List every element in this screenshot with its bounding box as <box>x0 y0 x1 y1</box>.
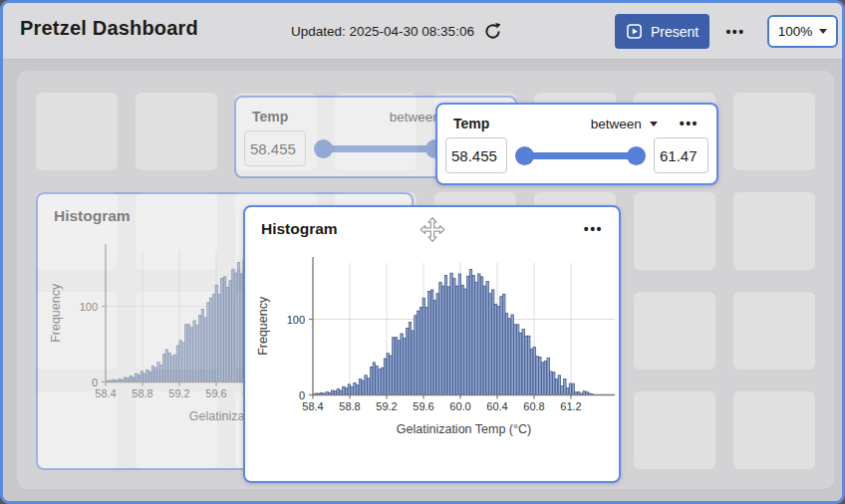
histogram-bar <box>136 374 138 381</box>
filter-card[interactable]: Temp between ••• <box>435 103 718 185</box>
histogram-bar <box>555 379 557 395</box>
filter-card-header: Temp between ••• <box>437 105 716 131</box>
histogram-bar <box>480 277 482 395</box>
histogram-bar <box>343 386 345 394</box>
play-icon <box>626 23 643 40</box>
y-tick-label: 0 <box>299 389 305 401</box>
histogram-bar <box>494 304 496 394</box>
operator-dropdown[interactable]: between <box>591 117 658 131</box>
filter-title: Temp <box>252 109 288 125</box>
ellipsis-icon: ••• <box>680 117 699 130</box>
histogram-bar <box>508 319 510 395</box>
histogram-bar <box>536 357 538 395</box>
histogram-bar <box>151 367 153 382</box>
histogram-bar <box>190 328 192 382</box>
histogram-bar <box>226 288 228 382</box>
x-tick-label: 60.4 <box>486 400 507 412</box>
histogram-bar <box>212 294 214 381</box>
histogram-bar <box>425 307 427 394</box>
histogram-bar <box>201 310 203 382</box>
histogram-bar <box>428 291 430 394</box>
range-slider[interactable] <box>515 137 646 173</box>
histogram-bar <box>154 368 156 381</box>
max-value-input[interactable] <box>654 137 708 173</box>
histogram-bar <box>558 376 560 395</box>
slider-handle-max[interactable] <box>627 146 646 165</box>
x-tick-label: 58.8 <box>339 400 360 412</box>
histogram-bar <box>486 282 488 395</box>
histogram-bar <box>390 356 392 395</box>
refresh-button[interactable] <box>483 22 502 41</box>
histogram-bar <box>359 379 361 395</box>
y-tick-label: 100 <box>287 314 305 326</box>
histogram-bar <box>547 358 549 394</box>
histogram-bar <box>133 378 135 382</box>
histogram-bar <box>406 329 408 395</box>
min-value-input <box>244 130 306 166</box>
slider-track <box>322 145 436 152</box>
present-button[interactable]: Present <box>615 14 709 49</box>
x-axis-label: Gelatinization Temp (°C) <box>397 422 531 436</box>
histogram-bar <box>528 336 530 394</box>
histogram-header: Histogram ••• <box>245 207 619 251</box>
histogram-bar <box>332 390 334 395</box>
histogram-bar <box>204 318 206 382</box>
histogram-bar <box>229 281 231 382</box>
card-more-button[interactable]: ••• <box>680 117 699 130</box>
slider-track[interactable] <box>523 152 638 159</box>
move-handle[interactable] <box>419 216 445 247</box>
histogram-bar <box>168 354 170 382</box>
y-axis-label: Frequency <box>256 296 270 356</box>
histogram-bar <box>455 286 457 394</box>
histogram-bar <box>179 341 181 382</box>
x-tick-label: 59.2 <box>376 400 397 412</box>
histogram-bar <box>503 294 505 394</box>
histogram-bar <box>415 316 417 395</box>
updated-group: Updated: 2025-04-30 08:35:06 <box>291 3 502 60</box>
histogram-bar <box>412 331 414 395</box>
card-more-button[interactable]: ••• <box>584 222 603 236</box>
histogram-bar <box>187 325 189 382</box>
histogram-bar <box>207 303 209 382</box>
grid-cell <box>634 391 715 469</box>
histogram-bar <box>237 262 239 381</box>
min-value-input[interactable] <box>445 137 507 173</box>
operator-label: between <box>591 117 642 131</box>
histogram-bar <box>218 294 220 381</box>
filter-controls <box>437 131 716 173</box>
x-tick-label: 59.2 <box>168 387 189 399</box>
zoom-select[interactable]: 100% <box>767 15 838 48</box>
histogram-bar <box>566 388 568 395</box>
histogram-bar <box>141 372 142 382</box>
histogram-bar <box>162 354 164 381</box>
page-title: Pretzel Dashboard <box>20 17 198 40</box>
histogram-bar <box>525 336 527 394</box>
slider-handle-min[interactable] <box>515 146 534 165</box>
histogram-bar <box>348 384 350 395</box>
histogram-card[interactable]: Histogram ••• 58.458.859.259.660.060.460… <box>243 205 621 483</box>
histogram-bar <box>514 325 516 395</box>
histogram-bar <box>368 378 370 395</box>
histogram-bar <box>196 326 198 382</box>
y-axis-label: Frequency <box>49 283 63 343</box>
histogram-bar <box>516 325 518 395</box>
app-window: Pretzel Dashboard Updated: 2025-04-30 08… <box>0 0 845 504</box>
x-tick-label: 59.6 <box>413 400 433 412</box>
histogram-bar <box>550 372 552 395</box>
histogram-bar <box>430 290 432 395</box>
histogram-bar <box>379 370 381 395</box>
histogram-bar <box>381 368 383 394</box>
header-more-button[interactable]: ••• <box>716 14 754 49</box>
histogram-bar <box>505 313 507 394</box>
y-tick-label: 100 <box>80 301 98 313</box>
histogram-bar <box>182 343 184 382</box>
histogram-title: Histogram <box>261 220 338 238</box>
histogram-bar <box>398 341 400 395</box>
histogram-bar <box>395 338 397 395</box>
histogram-bar <box>478 274 480 395</box>
histogram-bar <box>193 321 195 382</box>
histogram-bar <box>404 339 406 395</box>
histogram-bar <box>442 286 444 394</box>
histogram-bar <box>489 294 491 395</box>
zoom-value: 100% <box>778 24 813 39</box>
